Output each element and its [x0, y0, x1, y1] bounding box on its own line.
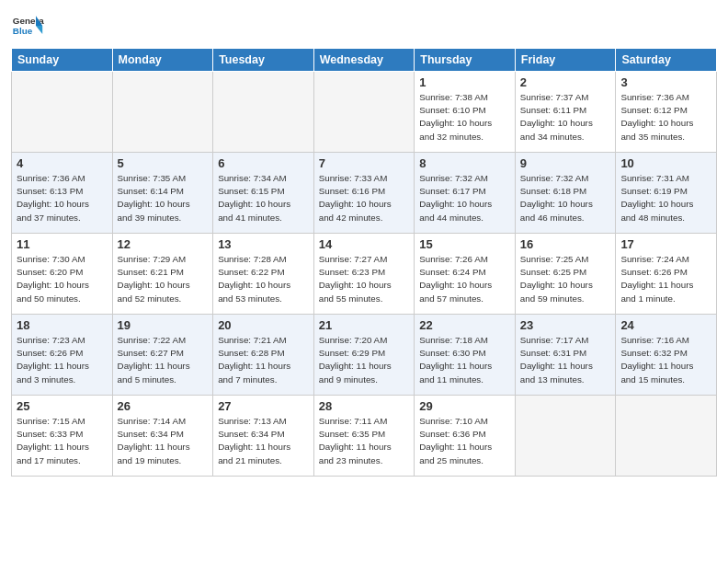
- logo-icon: General Blue: [11, 9, 44, 42]
- day-info: Sunrise: 7:20 AM Sunset: 6:29 PM Dayligh…: [319, 334, 410, 386]
- calendar-cell: 19Sunrise: 7:22 AM Sunset: 6:27 PM Dayli…: [112, 315, 213, 396]
- calendar-cell: 14Sunrise: 7:27 AM Sunset: 6:23 PM Dayli…: [313, 234, 415, 315]
- calendar-cell: 13Sunrise: 7:28 AM Sunset: 6:22 PM Dayli…: [213, 234, 314, 315]
- calendar-cell: 20Sunrise: 7:21 AM Sunset: 6:28 PM Dayli…: [213, 315, 314, 396]
- day-info: Sunrise: 7:33 AM Sunset: 6:16 PM Dayligh…: [319, 172, 410, 224]
- calendar-header-row: SundayMondayTuesdayWednesdayThursdayFrid…: [12, 49, 717, 72]
- calendar-cell: 17Sunrise: 7:24 AM Sunset: 6:26 PM Dayli…: [616, 234, 717, 315]
- day-info: Sunrise: 7:37 AM Sunset: 6:11 PM Dayligh…: [520, 91, 611, 144]
- calendar-cell: [112, 72, 213, 153]
- day-number: 13: [218, 237, 309, 251]
- calendar-header-thursday: Thursday: [415, 49, 516, 72]
- day-number: 21: [319, 318, 410, 332]
- day-info: Sunrise: 7:35 AM Sunset: 6:14 PM Dayligh…: [118, 172, 209, 224]
- svg-marker-3: [36, 26, 42, 34]
- day-info: Sunrise: 7:13 AM Sunset: 6:34 PM Dayligh…: [218, 415, 309, 467]
- calendar-cell: 24Sunrise: 7:16 AM Sunset: 6:32 PM Dayli…: [616, 315, 717, 396]
- day-info: Sunrise: 7:16 AM Sunset: 6:32 PM Dayligh…: [620, 334, 711, 386]
- calendar-cell: 27Sunrise: 7:13 AM Sunset: 6:34 PM Dayli…: [213, 396, 314, 477]
- day-number: 12: [118, 237, 209, 251]
- day-number: 7: [319, 156, 410, 170]
- calendar-cell: 18Sunrise: 7:23 AM Sunset: 6:26 PM Dayli…: [12, 315, 113, 396]
- calendar-cell: 10Sunrise: 7:31 AM Sunset: 6:19 PM Dayli…: [616, 153, 717, 234]
- calendar-cell: 15Sunrise: 7:26 AM Sunset: 6:24 PM Dayli…: [415, 234, 516, 315]
- calendar-cell: 21Sunrise: 7:20 AM Sunset: 6:29 PM Dayli…: [313, 315, 415, 396]
- day-number: 11: [17, 237, 108, 251]
- day-info: Sunrise: 7:38 AM Sunset: 6:10 PM Dayligh…: [419, 91, 510, 144]
- calendar: SundayMondayTuesdayWednesdayThursdayFrid…: [11, 48, 717, 477]
- calendar-cell: [12, 72, 113, 153]
- calendar-cell: [616, 396, 717, 477]
- day-number: 6: [218, 156, 309, 170]
- calendar-cell: 3Sunrise: 7:36 AM Sunset: 6:12 PM Daylig…: [616, 72, 717, 153]
- svg-text:Blue: Blue: [13, 26, 33, 36]
- day-info: Sunrise: 7:26 AM Sunset: 6:24 PM Dayligh…: [419, 253, 510, 305]
- day-info: Sunrise: 7:36 AM Sunset: 6:13 PM Dayligh…: [17, 172, 108, 224]
- calendar-cell: 11Sunrise: 7:30 AM Sunset: 6:20 PM Dayli…: [12, 234, 113, 315]
- calendar-cell: [515, 396, 616, 477]
- calendar-cell: 5Sunrise: 7:35 AM Sunset: 6:14 PM Daylig…: [112, 153, 213, 234]
- day-number: 19: [118, 318, 209, 332]
- day-info: Sunrise: 7:21 AM Sunset: 6:28 PM Dayligh…: [218, 334, 309, 386]
- day-number: 25: [17, 399, 108, 413]
- calendar-cell: 16Sunrise: 7:25 AM Sunset: 6:25 PM Dayli…: [515, 234, 616, 315]
- logo: General Blue: [11, 9, 48, 42]
- week-row-5: 25Sunrise: 7:15 AM Sunset: 6:33 PM Dayli…: [12, 396, 717, 477]
- day-number: 23: [520, 318, 611, 332]
- calendar-header-sunday: Sunday: [12, 49, 113, 72]
- day-number: 24: [620, 318, 711, 332]
- calendar-header-monday: Monday: [112, 49, 213, 72]
- day-number: 2: [520, 75, 611, 89]
- day-number: 3: [620, 75, 711, 89]
- day-info: Sunrise: 7:28 AM Sunset: 6:22 PM Dayligh…: [218, 253, 309, 305]
- day-number: 14: [319, 237, 410, 251]
- calendar-header-wednesday: Wednesday: [313, 49, 415, 72]
- day-info: Sunrise: 7:30 AM Sunset: 6:20 PM Dayligh…: [17, 253, 108, 305]
- day-number: 20: [218, 318, 309, 332]
- calendar-cell: 8Sunrise: 7:32 AM Sunset: 6:17 PM Daylig…: [415, 153, 516, 234]
- calendar-cell: 7Sunrise: 7:33 AM Sunset: 6:16 PM Daylig…: [313, 153, 415, 234]
- day-info: Sunrise: 7:23 AM Sunset: 6:26 PM Dayligh…: [17, 334, 108, 386]
- calendar-cell: 23Sunrise: 7:17 AM Sunset: 6:31 PM Dayli…: [515, 315, 616, 396]
- calendar-header-saturday: Saturday: [616, 49, 717, 72]
- calendar-cell: 2Sunrise: 7:37 AM Sunset: 6:11 PM Daylig…: [515, 72, 616, 153]
- day-number: 27: [218, 399, 309, 413]
- day-info: Sunrise: 7:22 AM Sunset: 6:27 PM Dayligh…: [118, 334, 209, 386]
- day-info: Sunrise: 7:15 AM Sunset: 6:33 PM Dayligh…: [17, 415, 108, 467]
- day-info: Sunrise: 7:24 AM Sunset: 6:26 PM Dayligh…: [620, 253, 711, 305]
- calendar-cell: 4Sunrise: 7:36 AM Sunset: 6:13 PM Daylig…: [12, 153, 113, 234]
- page-container: General Blue SundayMondayTuesdayWednesda…: [0, 0, 728, 484]
- calendar-cell: 28Sunrise: 7:11 AM Sunset: 6:35 PM Dayli…: [313, 396, 415, 477]
- day-number: 16: [520, 237, 611, 251]
- day-number: 17: [620, 237, 711, 251]
- calendar-cell: 26Sunrise: 7:14 AM Sunset: 6:34 PM Dayli…: [112, 396, 213, 477]
- calendar-cell: 29Sunrise: 7:10 AM Sunset: 6:36 PM Dayli…: [415, 396, 516, 477]
- day-number: 4: [17, 156, 108, 170]
- day-info: Sunrise: 7:10 AM Sunset: 6:36 PM Dayligh…: [419, 415, 510, 467]
- week-row-3: 11Sunrise: 7:30 AM Sunset: 6:20 PM Dayli…: [12, 234, 717, 315]
- week-row-1: 1Sunrise: 7:38 AM Sunset: 6:10 PM Daylig…: [12, 72, 717, 153]
- day-info: Sunrise: 7:27 AM Sunset: 6:23 PM Dayligh…: [319, 253, 410, 305]
- day-info: Sunrise: 7:14 AM Sunset: 6:34 PM Dayligh…: [118, 415, 209, 467]
- day-info: Sunrise: 7:29 AM Sunset: 6:21 PM Dayligh…: [118, 253, 209, 305]
- day-info: Sunrise: 7:25 AM Sunset: 6:25 PM Dayligh…: [520, 253, 611, 305]
- day-number: 1: [419, 75, 510, 89]
- day-number: 8: [419, 156, 510, 170]
- day-info: Sunrise: 7:32 AM Sunset: 6:18 PM Dayligh…: [520, 172, 611, 224]
- day-info: Sunrise: 7:11 AM Sunset: 6:35 PM Dayligh…: [319, 415, 410, 467]
- week-row-2: 4Sunrise: 7:36 AM Sunset: 6:13 PM Daylig…: [12, 153, 717, 234]
- day-info: Sunrise: 7:18 AM Sunset: 6:30 PM Dayligh…: [419, 334, 510, 386]
- calendar-header-tuesday: Tuesday: [213, 49, 314, 72]
- calendar-cell: [313, 72, 415, 153]
- calendar-cell: 22Sunrise: 7:18 AM Sunset: 6:30 PM Dayli…: [415, 315, 516, 396]
- day-number: 5: [118, 156, 209, 170]
- calendar-cell: 6Sunrise: 7:34 AM Sunset: 6:15 PM Daylig…: [213, 153, 314, 234]
- calendar-cell: 25Sunrise: 7:15 AM Sunset: 6:33 PM Dayli…: [12, 396, 113, 477]
- calendar-cell: 12Sunrise: 7:29 AM Sunset: 6:21 PM Dayli…: [112, 234, 213, 315]
- day-info: Sunrise: 7:36 AM Sunset: 6:12 PM Dayligh…: [620, 91, 711, 144]
- calendar-header-friday: Friday: [515, 49, 616, 72]
- calendar-cell: 1Sunrise: 7:38 AM Sunset: 6:10 PM Daylig…: [415, 72, 516, 153]
- day-number: 22: [419, 318, 510, 332]
- calendar-cell: [213, 72, 314, 153]
- day-number: 10: [620, 156, 711, 170]
